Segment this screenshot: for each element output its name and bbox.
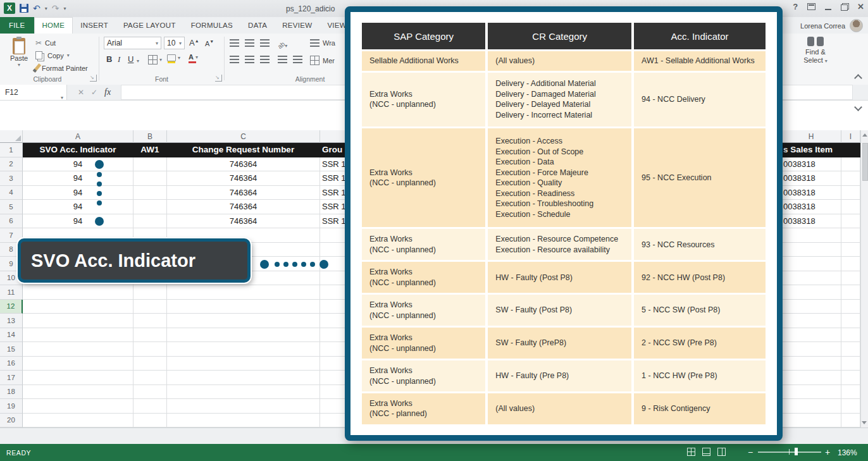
scroll-down-icon[interactable] (862, 421, 867, 424)
cell-B15[interactable] (133, 342, 167, 357)
cell-B13[interactable] (133, 314, 167, 328)
wrap-text-button[interactable]: Wra (310, 39, 335, 47)
cell-C15[interactable] (167, 342, 320, 357)
cell-A13[interactable] (23, 314, 133, 328)
insert-function-icon[interactable]: fx (104, 87, 111, 97)
cell-H14[interactable] (781, 328, 841, 343)
cell-B18[interactable] (133, 385, 167, 400)
ribbon-tab-insert[interactable]: INSERT (73, 17, 116, 34)
cell-A1[interactable]: SVO Acc. Indicator (23, 143, 133, 157)
vertical-scrollbar[interactable] (860, 130, 868, 427)
cell-H18[interactable] (781, 385, 841, 400)
paste-button[interactable]: Paste ▾ (5, 37, 33, 77)
cell-B16[interactable] (133, 357, 167, 371)
fill-color-button[interactable]: ▾ (167, 54, 180, 61)
cell-B14[interactable] (133, 328, 167, 343)
cell-H20[interactable] (781, 414, 841, 428)
zoom-slider-thumb[interactable] (795, 448, 798, 455)
cell-H6[interactable]: 0038318 (781, 214, 841, 229)
row-header-12[interactable]: 12 (0, 300, 23, 314)
cell-C2[interactable]: 746364 (167, 157, 320, 172)
cell-I4[interactable] (841, 186, 860, 200)
cell-C11[interactable] (167, 285, 320, 300)
align-right-button[interactable] (260, 56, 270, 63)
column-header-B[interactable]: B (133, 130, 167, 143)
format-painter-button[interactable]: Format Painter (35, 63, 88, 73)
decrease-indent-button[interactable] (278, 56, 287, 63)
cell-C4[interactable]: 746364 (167, 186, 320, 200)
cell-H19[interactable] (781, 399, 841, 414)
merge-center-button[interactable]: Mer (310, 56, 335, 65)
ribbon-tab-review[interactable]: REVIEW (275, 17, 319, 34)
undo-icon[interactable]: ↶ (33, 4, 40, 13)
clipboard-dialog-launcher-icon[interactable]: ↘ (90, 75, 97, 82)
cell-B2[interactable] (133, 157, 167, 172)
ribbon-tab-formulas[interactable]: FORMULAS (183, 17, 240, 34)
ribbon-tab-file[interactable]: FILE (0, 17, 34, 34)
cell-A2[interactable]: 94 (23, 157, 133, 172)
align-bottom-button[interactable] (260, 39, 270, 47)
cell-I3[interactable] (841, 171, 860, 186)
view-page-break-icon[interactable] (717, 448, 726, 456)
underline-button[interactable]: U (128, 54, 133, 64)
cell-B12[interactable] (133, 300, 167, 314)
row-header-6[interactable]: 6 (0, 214, 23, 229)
cell-B4[interactable] (133, 186, 167, 200)
row-header-13[interactable]: 13 (0, 314, 23, 328)
quick-access-dropdown-icon[interactable]: ▾ (63, 6, 66, 11)
cell-A19[interactable] (23, 399, 133, 414)
font-dialog-launcher-icon[interactable]: ↘ (215, 75, 222, 82)
expand-formula-bar-icon[interactable] (854, 103, 862, 111)
save-icon[interactable] (20, 4, 28, 13)
cell-H9[interactable] (781, 257, 841, 271)
align-middle-button[interactable] (245, 39, 254, 47)
align-left-button[interactable] (230, 56, 239, 63)
cell-C1[interactable]: Change Request Number (167, 143, 320, 157)
align-center-button[interactable] (245, 56, 254, 63)
cell-H4[interactable]: 0038318 (781, 186, 841, 200)
cell-A18[interactable] (23, 385, 133, 400)
cell-C6[interactable]: 746364 (167, 214, 320, 229)
cell-I7[interactable] (841, 228, 860, 243)
close-icon[interactable]: ✕ (857, 3, 864, 11)
cell-A4[interactable]: 94 (23, 186, 133, 200)
font-size-select[interactable]: 10▾ (164, 37, 185, 49)
row-header-18[interactable]: 18 (0, 385, 23, 400)
cell-H17[interactable] (781, 371, 841, 385)
column-header-C[interactable]: C (167, 130, 320, 143)
cell-I19[interactable] (841, 399, 860, 414)
cell-H3[interactable]: 0038318 (781, 171, 841, 186)
row-header-2[interactable]: 2 (0, 157, 23, 172)
cell-C18[interactable] (167, 385, 320, 400)
shrink-font-button[interactable]: A▼ (205, 39, 214, 47)
cell-A15[interactable] (23, 342, 133, 357)
row-header-15[interactable]: 15 (0, 342, 23, 357)
cell-C13[interactable] (167, 314, 320, 328)
borders-button[interactable]: ▾ (148, 55, 162, 65)
redo-icon[interactable]: ↷ (52, 4, 59, 13)
cell-A5[interactable]: 94 (23, 200, 133, 214)
cell-I17[interactable] (841, 371, 860, 385)
cell-I16[interactable] (841, 357, 860, 371)
zoom-slider[interactable] (758, 452, 821, 453)
bold-button[interactable]: B (106, 54, 112, 64)
cell-A12[interactable] (23, 300, 133, 314)
row-header-5[interactable]: 5 (0, 200, 23, 214)
row-header-3[interactable]: 3 (0, 171, 23, 186)
italic-button[interactable]: I (118, 54, 120, 65)
cell-I8[interactable] (841, 243, 860, 257)
font-name-select[interactable]: Arial▾ (104, 37, 161, 49)
zoom-in-button[interactable]: + (825, 447, 830, 457)
cell-A11[interactable] (23, 285, 133, 300)
cell-I2[interactable] (841, 157, 860, 172)
vertical-scroll-thumb[interactable] (862, 143, 868, 181)
underline-dropdown-icon[interactable]: ▾ (137, 58, 139, 64)
cell-B11[interactable] (133, 285, 167, 300)
minimize-icon[interactable] (825, 9, 831, 10)
cell-B17[interactable] (133, 371, 167, 385)
name-box[interactable]: F12 ▾ (0, 85, 67, 100)
copy-button[interactable]: Copy ▾ (35, 51, 70, 59)
cell-C17[interactable] (167, 371, 320, 385)
cell-H2[interactable]: 0038318 (781, 157, 841, 172)
cell-C5[interactable]: 746364 (167, 200, 320, 214)
